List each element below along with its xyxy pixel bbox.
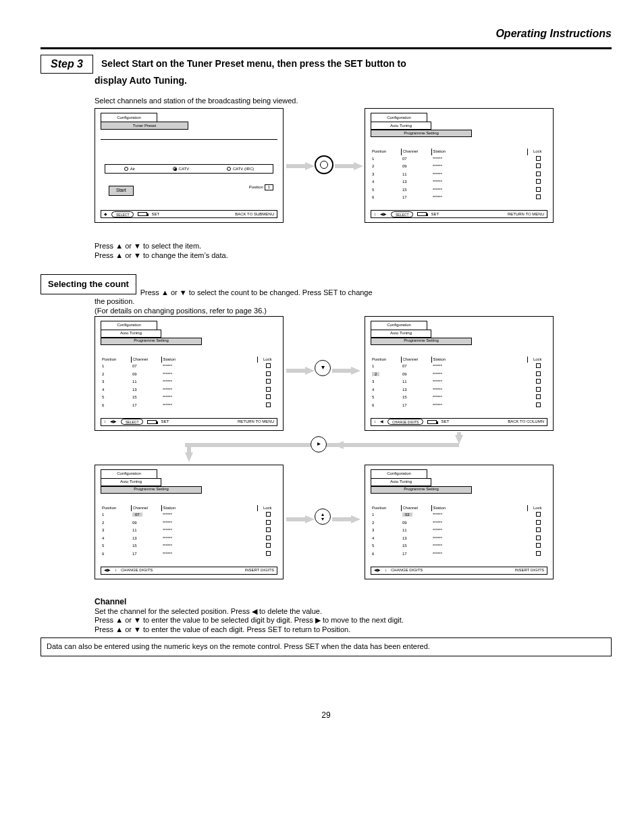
change-digits-label: CHANGE DIGITS xyxy=(391,568,423,573)
radio-catv-irc: CATV (IRC) xyxy=(233,167,254,172)
panel-b1: Configuration Auto Tuning Programme Sett… xyxy=(95,316,284,431)
tab-programme-setting: Programme Setting xyxy=(101,338,202,345)
highlighted-channel: 02 xyxy=(402,513,412,517)
arrow-right-icon xyxy=(332,515,360,523)
tab-auto-tuning: Auto Tuning xyxy=(371,122,431,130)
arrow-right-icon xyxy=(286,515,315,523)
menu-hint: RETURN TO MENU xyxy=(238,419,274,425)
set-label: SET xyxy=(151,212,159,217)
channel-block: Channel Set the channel for the selected… xyxy=(95,597,612,635)
tab-configuration: Configuration xyxy=(101,113,157,122)
step-label: Step 3 xyxy=(41,55,93,74)
arrow-right-icon xyxy=(286,162,315,170)
menu-hint: RETURN TO MENU xyxy=(508,212,544,217)
set-icon xyxy=(417,212,427,216)
programme-table: PositionChannelStationLock 107****** 209… xyxy=(101,505,277,558)
insert-digits-label: INSERT DIGITS xyxy=(245,568,274,573)
leftright-icon: ◀▶ xyxy=(374,568,381,573)
arrow-left-icon xyxy=(334,441,456,449)
diagram-a: Configuration Tuner Preset Air CATV CATV… xyxy=(95,108,644,236)
panel-auto-tuning: Configuration Auto Tuning Programme Sett… xyxy=(365,108,554,223)
tab-auto-tuning: Auto Tuning xyxy=(371,330,431,338)
tab-auto-tuning: Auto Tuning xyxy=(101,330,161,338)
set-icon xyxy=(138,212,147,216)
menu-hint: BACK TO SUBMENU xyxy=(235,212,274,217)
arrow-right-icon xyxy=(332,367,360,375)
tab-configuration: Configuration xyxy=(371,113,427,122)
col-position: Position xyxy=(371,149,401,155)
step-headline-2: display Auto Tuning. xyxy=(95,75,612,87)
set-label: SET xyxy=(431,212,439,217)
selecting-count-title: Selecting the count xyxy=(41,274,136,294)
tab-auto-tuning: Auto Tuning xyxy=(371,478,431,486)
arrow-right-icon xyxy=(286,367,315,375)
set-label: SET xyxy=(161,419,169,425)
select-label: SELECT xyxy=(111,211,134,217)
left-icon: ◀ xyxy=(380,419,383,425)
step-headline: Select Start on the Tuner Preset menu, t… xyxy=(101,58,406,70)
diagram-b: Configuration Auto Tuning Programme Sett… xyxy=(95,316,644,586)
grey-connector xyxy=(185,443,311,447)
panel-tuner-preset: Configuration Tuner Preset Air CATV CATV… xyxy=(95,108,284,223)
down-button-icon: ▾ xyxy=(315,360,331,376)
col-channel: Channel xyxy=(401,149,431,155)
start-button[interactable]: Start xyxy=(109,186,134,196)
page-header: Operating Instructions xyxy=(41,27,612,41)
tab-programme-setting: Programme Setting xyxy=(101,486,202,494)
back-hint: BACK TO COLUMN xyxy=(508,419,544,425)
nav-diamond-icon: ◆ xyxy=(104,212,107,217)
tab-programme-setting: Programme Setting xyxy=(371,486,472,494)
selecting-count-block: Selecting the count Press ▲ or ▼ to sele… xyxy=(41,265,612,316)
tab-programme-setting: Programme Setting xyxy=(371,338,472,345)
updown-icon: ↕ xyxy=(374,419,376,425)
panel-b4: Configuration Auto Tuning Programme Sett… xyxy=(365,465,554,579)
panel-footer: ↕ ◀▶ SELECT SET RETURN TO MENU xyxy=(371,210,547,218)
col-lock: Lock xyxy=(527,149,547,155)
panel-footer: ◆ SELECT SET BACK TO SUBMENU xyxy=(101,210,277,218)
tab-programme-setting: Programme Setting xyxy=(371,130,472,137)
programme-table: PositionChannelStationLock 107****** 209… xyxy=(371,357,547,410)
tab-tuner-preset: Tuner Preset xyxy=(101,122,188,130)
programme-table: PositionChannelStationLock 102****** 209… xyxy=(371,505,547,558)
tab-configuration: Configuration xyxy=(371,321,427,330)
updown-icon: ↕ xyxy=(385,568,387,573)
tab-auto-tuning: Auto Tuning xyxy=(101,478,161,486)
leftright-icon: ◀▶ xyxy=(380,212,387,217)
radio-catv: CATV xyxy=(179,167,190,172)
radio-air: Air xyxy=(130,167,135,172)
panel-b3: Configuration Auto Tuning Programme Sett… xyxy=(95,465,284,579)
select-label: SELECT xyxy=(391,211,413,217)
selecting-count-note: (For details on changing positions, refe… xyxy=(95,307,612,316)
selecting-count-line2: the position. xyxy=(95,297,612,307)
stage-intro: Select channels and station of the broad… xyxy=(95,97,612,106)
change-digits-label: CHANGE DIGITS xyxy=(121,568,153,573)
set-button-icon xyxy=(315,155,333,174)
top-rule xyxy=(41,47,612,49)
panel-b2: Configuration Auto Tuning Programme Sett… xyxy=(365,316,554,431)
leftright-icon: ◀▶ xyxy=(104,568,111,573)
tab-configuration: Configuration xyxy=(371,469,427,478)
programme-table: PositionChannelStationLock 107****** 209… xyxy=(101,357,277,410)
updown-icon: ↕ xyxy=(374,212,376,217)
leftright-icon: ◀▶ xyxy=(110,419,117,425)
step-heading: Step 3 Select Start on the Tuner Preset … xyxy=(41,55,612,74)
tab-configuration: Configuration xyxy=(101,321,157,330)
channel-heading: Channel xyxy=(95,597,612,607)
tab-configuration: Configuration xyxy=(101,469,157,478)
page-number: 29 xyxy=(41,710,612,721)
insert-digits-label: INSERT DIGITS xyxy=(515,568,544,573)
updown-button-icon: ▴▾ xyxy=(315,509,331,525)
explain-a: Press ▲ or ▼ to select the item. Press ▲… xyxy=(95,242,612,261)
right-button-icon: ▸ xyxy=(311,436,327,452)
col-station: Station xyxy=(431,149,527,155)
highlighted-position: 2 xyxy=(372,372,379,376)
position-label: Position xyxy=(249,185,263,189)
highlighted-channel: 07 xyxy=(132,513,142,517)
position-value: 1 xyxy=(265,184,273,191)
programme-table: Position Channel Station Lock 107****** … xyxy=(371,149,547,202)
page-title: Operating Instructions xyxy=(495,28,612,39)
select-label: SELECT xyxy=(121,419,143,425)
antenna-row: Air CATV CATV (IRC) xyxy=(105,164,273,174)
arrow-right-icon xyxy=(335,162,363,170)
set-label: SET xyxy=(441,419,449,425)
